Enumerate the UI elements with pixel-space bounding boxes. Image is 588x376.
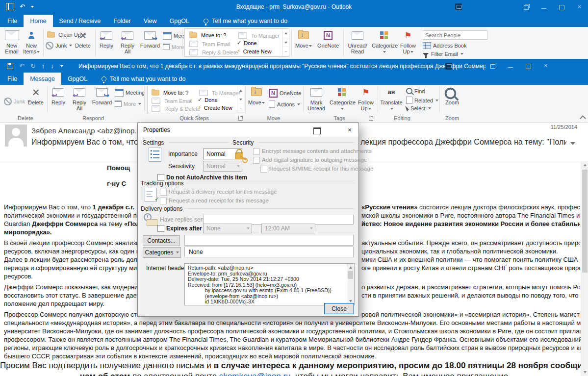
msg-onenote-button[interactable]: N OneNote: [269, 89, 301, 98]
quick-steps-scroll[interactable]: [282, 29, 289, 56]
reading-pane-scrollbar[interactable]: [581, 161, 588, 376]
tab-message[interactable]: Message: [24, 73, 61, 85]
msg-restore-icon[interactable]: [490, 64, 495, 69]
tell-me-box[interactable]: Tell me what you want to do: [196, 15, 287, 27]
main-maximize-icon[interactable]: [559, 5, 564, 10]
msg-move-button[interactable]: ↓ Move: [247, 86, 266, 105]
quick-step-move-to[interactable]: Move to: ?: [150, 89, 188, 97]
tab-view[interactable]: View: [137, 15, 163, 27]
unread-read-button[interactable]: Unread/ Read: [345, 29, 370, 54]
redo-icon[interactable]: ↻: [30, 63, 36, 69]
quick-step-reply-delete[interactable]: Reply & Delete: [188, 48, 238, 56]
properties-dialog: Properties × Settings Security Importanc…: [137, 123, 359, 317]
tab-gpgol[interactable]: GpgOL: [163, 15, 196, 27]
scroll-up-icon[interactable]: [581, 161, 588, 169]
quick-steps-dialog-launcher-icon[interactable]: [238, 116, 243, 121]
previous-item-icon[interactable]: ↑: [42, 63, 45, 69]
categories-button[interactable]: Categories: [143, 247, 181, 258]
scroll-down-icon[interactable]: [581, 369, 588, 376]
quick-step-create-new[interactable]: ⚡Create New: [198, 104, 232, 111]
tab-send-receive[interactable]: Send / Receive: [53, 15, 107, 27]
main-restore-icon[interactable]: [524, 5, 529, 10]
dialog-close-icon[interactable]: ×: [343, 125, 357, 135]
translate-button[interactable]: aя Translate: [380, 86, 403, 111]
quick-step-move-to[interactable]: Move to: ?: [188, 31, 226, 39]
delete-button[interactable]: × Delete: [73, 29, 93, 49]
onenote-button[interactable]: N OneNote: [315, 29, 341, 49]
forward-button[interactable]: ↪ Forward: [139, 29, 161, 49]
categorize-button[interactable]: Categorize: [372, 29, 396, 54]
quick-step-to-manager[interactable]: To Manager: [198, 89, 240, 97]
move-button[interactable]: ↓ Move: [294, 29, 313, 49]
find-icon: [406, 88, 412, 94]
msg-meeting-button[interactable]: Meeting: [115, 89, 145, 97]
done-check-icon: ✓: [237, 40, 241, 46]
related-button[interactable]: Related: [406, 97, 438, 104]
undo-icon[interactable]: ↶: [19, 63, 25, 69]
filter-email-button[interactable]: Filter Email: [423, 51, 463, 57]
headers-scroll-up-icon[interactable]: [347, 264, 354, 271]
next-item-icon[interactable]: ↓: [51, 63, 54, 69]
expand-header-chevron-icon[interactable]: [570, 142, 575, 145]
msg-categorize-button[interactable]: Categorize: [330, 86, 354, 111]
actions-button[interactable]: Actions: [269, 100, 300, 108]
mark-unread-button[interactable]: Mark Unread: [305, 86, 328, 111]
contacts-input[interactable]: [184, 235, 354, 246]
search-people-input[interactable]: [423, 30, 487, 40]
find-button[interactable]: Find: [406, 88, 425, 94]
msg-maximize-icon[interactable]: [526, 64, 531, 69]
tab-msg-gpgol[interactable]: GpgOL: [61, 73, 94, 85]
quick-step-create-new[interactable]: ⚡Create New: [237, 48, 272, 54]
main-close-icon[interactable]: ×: [577, 3, 581, 11]
contacts-button[interactable]: Contacts...: [143, 235, 180, 246]
scrollbar-thumb[interactable]: [582, 170, 588, 273]
headers-scrollbar[interactable]: [347, 264, 354, 305]
reply-button[interactable]: ↩ Reply: [97, 29, 116, 49]
zoom-button[interactable]: Zoom: [441, 86, 463, 105]
msg-minimize-icon[interactable]: [508, 67, 513, 68]
expires-checkbox[interactable]: [157, 225, 164, 232]
msg-forward-button[interactable]: ↪ Forward: [91, 86, 113, 105]
reply-all-button[interactable]: ↩ Reply All: [118, 29, 137, 54]
qat-customize-icon[interactable]: [60, 65, 63, 67]
categories-input[interactable]: None: [184, 247, 354, 257]
msg-follow-up-button[interactable]: ⚑ Follow Up: [356, 86, 376, 111]
tab-folder[interactable]: Folder: [107, 15, 137, 27]
quick-step-team-email[interactable]: Team Email: [150, 97, 192, 105]
tab-msg-file[interactable]: File: [1, 73, 24, 85]
dialog-titlebar[interactable]: Properties ×: [138, 123, 358, 137]
msg-tell-me-box[interactable]: Tell me what you want to do: [94, 73, 185, 85]
main-minimize-icon[interactable]: [541, 8, 546, 9]
quick-step-to-manager[interactable]: To Manager: [237, 31, 280, 40]
quick-steps-scroll[interactable]: [237, 86, 244, 113]
zoom-icon: [444, 87, 456, 99]
msg-reply-button[interactable]: ↩ Reply: [49, 86, 68, 105]
new-email-button[interactable]: New Email: [3, 29, 21, 54]
tell-me-label: Tell me what you want to do: [212, 18, 287, 25]
quick-step-reply-delete[interactable]: Reply & Delete: [150, 104, 200, 113]
reply-delete-icon: [152, 105, 160, 111]
msg-reply-all-button[interactable]: ↩ Reply All: [70, 86, 89, 111]
filter-email-icon: [423, 51, 429, 57]
collapse-ribbon-icon[interactable]: [580, 115, 586, 122]
address-book-button[interactable]: Address Book: [423, 42, 466, 49]
sender-name[interactable]: Зябрев Александр <abz@inop.ru>: [31, 126, 148, 135]
new-items-button[interactable]: New Items: [22, 29, 41, 54]
tags-dialog-launcher-icon[interactable]: [369, 116, 373, 121]
close-button[interactable]: Close: [324, 303, 354, 314]
quick-step-done[interactable]: ✓Done: [198, 97, 218, 103]
quick-step-done[interactable]: ✓Done: [237, 40, 257, 46]
tab-home[interactable]: Home: [24, 15, 52, 27]
msg-close-icon[interactable]: ×: [544, 62, 548, 70]
notification-icon: [455, 3, 462, 10]
tab-file[interactable]: File: [1, 15, 24, 27]
follow-up-button[interactable]: ⚑ Follow Up: [398, 29, 418, 54]
junk-button[interactable]: Junk: [46, 42, 72, 50]
internet-headers-box[interactable]: Return-path: <abz@inop.ru>Envelope-to: p…: [184, 263, 355, 305]
msg-delete-button[interactable]: × Delete: [26, 86, 46, 105]
save-icon[interactable]: [7, 63, 13, 69]
msg-more-button[interactable]: More: [115, 100, 141, 107]
onenote-label: OneNote: [317, 43, 339, 49]
select-button[interactable]: Select: [406, 105, 431, 111]
quick-step-team-email[interactable]: Team Email: [188, 40, 230, 48]
